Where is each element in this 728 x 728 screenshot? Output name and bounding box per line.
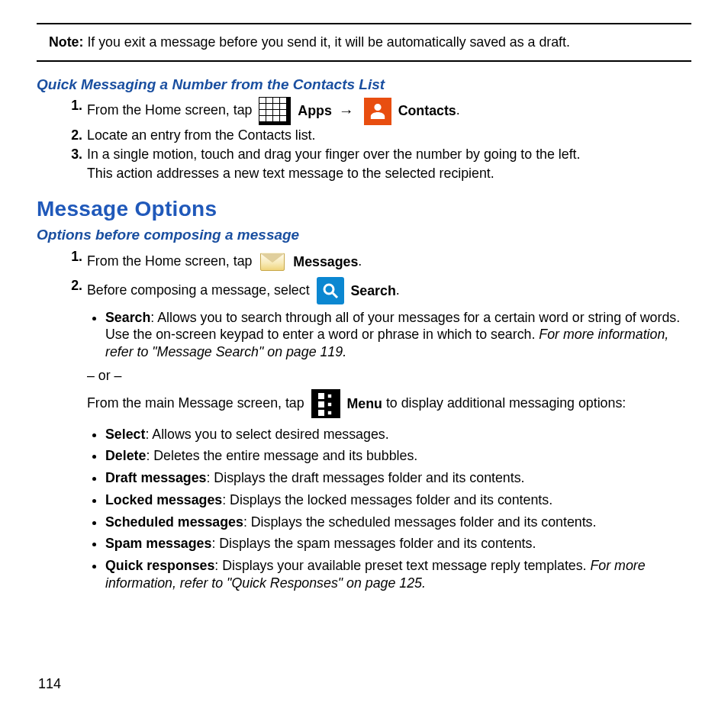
steps-quick-messaging: 1. From the Home screen, tap Apps → Cont… xyxy=(63,97,691,182)
section-heading-before-composing: Options before composing a message xyxy=(37,226,691,244)
step3-line2: This action addresses a new text message… xyxy=(87,165,691,182)
step-number: 3. xyxy=(63,146,82,163)
arrow-icon: → xyxy=(339,102,354,119)
bullet-search: Search: Allows you to search through all… xyxy=(105,309,691,361)
step-number: 1. xyxy=(63,97,82,114)
menu-item-delete: Delete: Deletes the entire message and i… xyxy=(105,447,691,465)
step1-pre: From the Home screen, tap xyxy=(87,253,256,268)
menu-item-select: Select: Allows you to select desired mes… xyxy=(105,426,691,443)
note-label: Note: xyxy=(49,34,83,50)
page-number: 114 xyxy=(38,675,61,693)
step-number: 1. xyxy=(63,248,82,266)
step-number: 2. xyxy=(63,277,82,295)
period: . xyxy=(396,282,400,297)
or-text: – or – xyxy=(87,367,691,385)
menu-options-list: Select: Allows you to select desired mes… xyxy=(105,426,691,592)
period: . xyxy=(456,102,460,118)
manual-page: Note: If you exit a message before you s… xyxy=(0,0,728,728)
menu-item-spam: Spam messages: Displays the spam message… xyxy=(105,535,691,552)
contacts-icon xyxy=(364,98,391,125)
svg-line-1 xyxy=(333,293,337,298)
note-text: If you exit a message before you send it… xyxy=(83,34,570,50)
step-1: 1. From the Home screen, tap Messages. xyxy=(63,248,691,275)
menu-label: Menu xyxy=(347,395,382,411)
menu-post: to display additional messaging options: xyxy=(382,395,626,410)
menu-item-quick-responses: Quick responses: Displays your available… xyxy=(105,557,691,592)
note-box: Note: If you exit a message before you s… xyxy=(37,23,691,62)
menu-item-locked: Locked messages: Displays the locked mes… xyxy=(105,491,691,509)
menu-instruction: From the main Message screen, tap Menu t… xyxy=(87,389,691,418)
search-bullet-list: Search: Allows you to search through all… xyxy=(105,309,691,361)
step-number: 2. xyxy=(63,127,82,144)
step3-line1: In a single motion, touch and drag your … xyxy=(87,147,580,162)
search-bullet-label: Search xyxy=(105,310,150,325)
step1-pre: From the Home screen, tap xyxy=(87,102,256,118)
search-icon xyxy=(317,277,344,304)
messages-label: Messages xyxy=(293,253,358,269)
menu-item-draft: Draft messages: Displays the draft messa… xyxy=(105,469,691,487)
apps-icon xyxy=(259,97,291,125)
svg-point-0 xyxy=(324,285,333,294)
menu-item-scheduled: Scheduled messages: Displays the schedul… xyxy=(105,514,691,531)
steps-before-composing: 1. From the Home screen, tap Messages. 2… xyxy=(63,248,691,597)
contacts-label: Contacts xyxy=(398,103,456,118)
period: . xyxy=(358,253,362,268)
step-2: 2. Before composing a message, select Se… xyxy=(63,277,691,597)
heading-message-options: Message Options xyxy=(37,195,691,223)
messages-icon xyxy=(259,248,286,275)
menu-icon xyxy=(311,389,340,418)
apps-label: Apps xyxy=(298,103,335,118)
step-3: 3. In a single motion, touch and drag yo… xyxy=(63,146,691,182)
step-2: 2. Locate an entry from the Contacts lis… xyxy=(63,127,691,144)
menu-pre: From the main Message screen, tap xyxy=(87,395,308,410)
step-1: 1. From the Home screen, tap Apps → Cont… xyxy=(63,97,691,125)
search-label: Search xyxy=(350,282,395,298)
section-heading-quick-messaging: Quick Messaging a Number from the Contac… xyxy=(37,76,691,94)
step2-pre: Before composing a message, select xyxy=(87,282,314,297)
step2-text: Locate an entry from the Contacts list. xyxy=(87,127,691,144)
